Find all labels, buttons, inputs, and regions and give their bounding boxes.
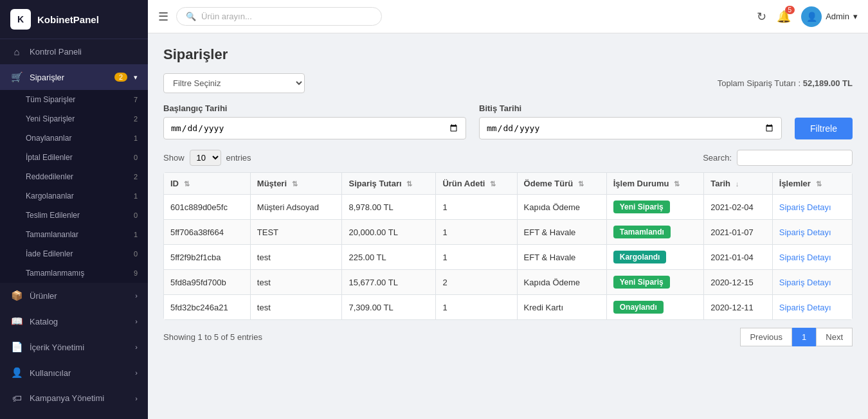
sub-item-label: İade Edilenler — [26, 249, 73, 258]
sub-item-label: Teslim Edilenler — [26, 211, 80, 220]
sub-item-tamamlanmamis[interactable]: Tamamlanmamış 9 — [0, 263, 148, 283]
box-icon: 📦 — [10, 290, 23, 301]
cell-odeme: Kapıda Ödeme — [517, 195, 606, 220]
col-islemler[interactable]: İşlemler ⇅ — [772, 173, 852, 195]
refresh-icon[interactable]: ↻ — [757, 10, 766, 24]
sub-item-count: 1 — [134, 192, 138, 200]
cell-islemler[interactable]: Sipariş Detayı — [772, 295, 852, 320]
sub-item-label: Onaylananlar — [26, 134, 71, 143]
sort-icon: ⇅ — [406, 180, 412, 188]
filter-select[interactable]: Filtre Seçiniz — [163, 73, 305, 93]
sidebar-item-katalog[interactable]: 📖 Katalog › — [0, 308, 148, 334]
content-area: Siparişler Filtre Seçiniz Toplam Sipariş… — [148, 33, 868, 419]
date-row: Başlangıç Tarihi Bitiş Tarihi Filtrele — [163, 103, 853, 139]
sub-item-tamamlananlar[interactable]: Tamamlananlar 1 — [0, 225, 148, 244]
sidebar-item-label: Ürünler — [30, 291, 129, 301]
sidebar: K KobinetPanel ⌂ Kontrol Paneli 🛒 Sipari… — [0, 0, 148, 419]
table-search-input[interactable] — [737, 150, 853, 166]
table-row: 5ff2f9b2f1cba test 225.00 TL 1 EFT & Hav… — [164, 245, 853, 270]
cell-islemler[interactable]: Sipariş Detayı — [772, 195, 852, 220]
sub-item-label: İptal Edilenler — [26, 153, 73, 162]
col-durum[interactable]: İşlem Durumu ⇅ — [606, 173, 703, 195]
sidebar-item-kullanicilar[interactable]: 👤 Kullanıcılar › — [0, 360, 148, 386]
search-box[interactable]: 🔍 — [176, 7, 382, 26]
sub-item-count: 2 — [134, 115, 138, 123]
cell-id: 5ff706a38f664 — [164, 220, 251, 245]
cell-islemler[interactable]: Sipariş Detayı — [772, 220, 852, 245]
sub-item-tum[interactable]: Tüm Siparişler 7 — [0, 90, 148, 109]
sub-item-count: 1 — [134, 134, 138, 142]
sidebar-item-siparisler[interactable]: 🛒 Siparişler 2 ▾ — [0, 64, 148, 90]
status-badge: Yeni Sipariş — [613, 276, 670, 289]
cell-id: 601c889d0e5fc — [164, 195, 251, 220]
sub-item-count: 1 — [134, 231, 138, 238]
chevron-down-icon: ▾ — [853, 12, 858, 21]
sub-item-iptal[interactable]: İptal Edilenler 0 — [0, 148, 148, 167]
sub-item-iade[interactable]: İade Edilenler 0 — [0, 244, 148, 263]
cell-adet: 2 — [436, 270, 517, 295]
sub-item-kargolananlar[interactable]: Kargolananlar 1 — [0, 186, 148, 206]
col-tutar[interactable]: Sipariş Tutarı ⇅ — [342, 173, 436, 195]
topbar-right: ↻ 🔔 5 👤 Admin ▾ — [757, 6, 858, 27]
page-1-button[interactable]: 1 — [792, 328, 816, 346]
detail-link[interactable]: Sipariş Detayı — [779, 202, 831, 212]
col-adet[interactable]: Ürün Adeti ⇅ — [436, 173, 517, 195]
showing-text: Showing 1 to 5 of 5 entries — [163, 332, 262, 342]
cell-tarih: 2020-12-15 — [704, 270, 773, 295]
sidebar-item-icerik[interactable]: 📄 İçerik Yönetimi › — [0, 334, 148, 360]
sub-item-teslim[interactable]: Teslim Edilenler 0 — [0, 206, 148, 225]
col-id[interactable]: ID ⇅ — [164, 173, 251, 195]
avatar: 👤 — [801, 6, 822, 27]
previous-button[interactable]: Previous — [740, 328, 792, 346]
sub-item-label: Reddedilenler — [26, 172, 73, 181]
col-musteri[interactable]: Müşteri ⇅ — [250, 173, 342, 195]
tag-icon: 🏷 — [10, 393, 23, 404]
search-icon: 🔍 — [186, 12, 196, 21]
sidebar-item-urunler[interactable]: 📦 Ürünler › — [0, 283, 148, 308]
logo-icon: K — [10, 9, 31, 30]
start-date-input[interactable] — [163, 117, 466, 139]
sort-icon: ⇅ — [578, 180, 584, 188]
sidebar-item-label: Kampanya Yönetimi — [30, 393, 129, 403]
hamburger-icon[interactable]: ☰ — [158, 10, 168, 24]
col-tarih[interactable]: Tarih ↓ — [704, 173, 773, 195]
sub-item-label: Yeni Siparişler — [26, 114, 75, 123]
cell-adet: 1 — [436, 295, 517, 320]
detail-link[interactable]: Sipariş Detayı — [779, 253, 831, 262]
notification-badge: 5 — [785, 6, 795, 14]
table-footer: Showing 1 to 5 of 5 entries Previous 1 N… — [163, 328, 853, 346]
search-input[interactable] — [201, 12, 372, 21]
end-date-input[interactable] — [479, 117, 782, 139]
entries-select[interactable]: 10 25 50 — [190, 150, 221, 166]
status-badge: Onaylandı — [613, 301, 664, 314]
total-value: 52,189.00 TL — [803, 78, 853, 88]
admin-menu[interactable]: 👤 Admin ▾ — [801, 6, 858, 27]
sort-icon: ⇅ — [674, 180, 680, 188]
cell-durum: Yeni Sipariş — [606, 270, 703, 295]
cell-islemler[interactable]: Sipariş Detayı — [772, 245, 852, 270]
cell-adet: 1 — [436, 245, 517, 270]
sub-item-label: Tamamlananlar — [26, 230, 78, 239]
cell-id: 5ff2f9b2f1cba — [164, 245, 251, 270]
notification-icon[interactable]: 🔔 5 — [777, 10, 791, 24]
sub-item-yeni[interactable]: Yeni Siparişler 2 — [0, 109, 148, 129]
sub-item-onaylananlar[interactable]: Onaylananlar 1 — [0, 129, 148, 148]
detail-link[interactable]: Sipariş Detayı — [779, 303, 831, 312]
sidebar-item-kontrol[interactable]: ⌂ Kontrol Paneli — [0, 39, 148, 64]
detail-link[interactable]: Sipariş Detayı — [779, 278, 831, 287]
cell-musteri: Müşteri Adsoyad — [250, 195, 342, 220]
col-odeme[interactable]: Ödeme Türü ⇅ — [517, 173, 606, 195]
detail-link[interactable]: Sipariş Detayı — [779, 227, 831, 237]
sub-item-count: 9 — [134, 269, 138, 277]
sidebar-item-kampanya[interactable]: 🏷 Kampanya Yönetimi › — [0, 386, 148, 411]
filter-button[interactable]: Filtrele — [795, 118, 853, 139]
cell-tutar: 8,978.00 TL — [342, 195, 436, 220]
cell-adet: 1 — [436, 195, 517, 220]
pagination: Previous 1 Next — [740, 328, 853, 346]
sidebar-logo[interactable]: K KobinetPanel — [0, 0, 148, 39]
next-button[interactable]: Next — [816, 328, 853, 346]
cell-islemler[interactable]: Sipariş Detayı — [772, 270, 852, 295]
sort-icon: ⇅ — [816, 180, 822, 188]
cell-musteri: TEST — [250, 220, 342, 245]
sub-item-reddedilenler[interactable]: Reddedilenler 2 — [0, 167, 148, 186]
